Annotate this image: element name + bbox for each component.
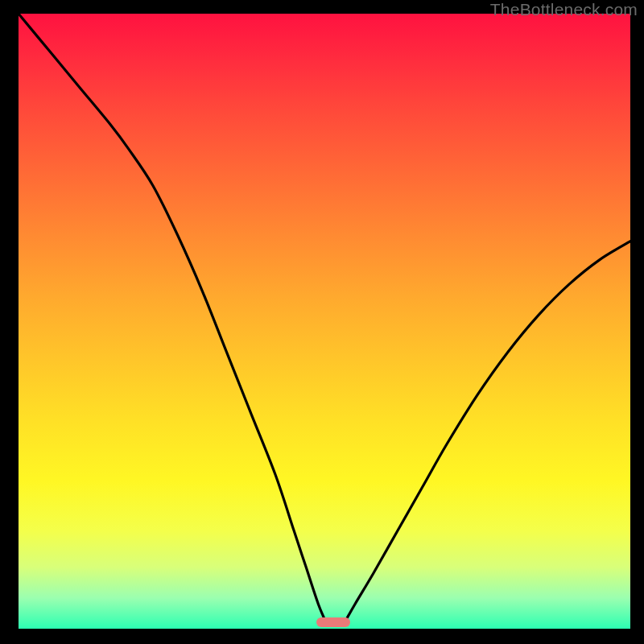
curve-layer	[19, 14, 630, 629]
plot-area	[19, 14, 630, 629]
watermark-text: TheBottleneck.com	[490, 0, 638, 19]
bottleneck-marker	[316, 617, 350, 627]
curve-left	[19, 14, 328, 625]
chart-stage: TheBottleneck.com	[0, 0, 644, 644]
curve-right	[343, 242, 630, 626]
